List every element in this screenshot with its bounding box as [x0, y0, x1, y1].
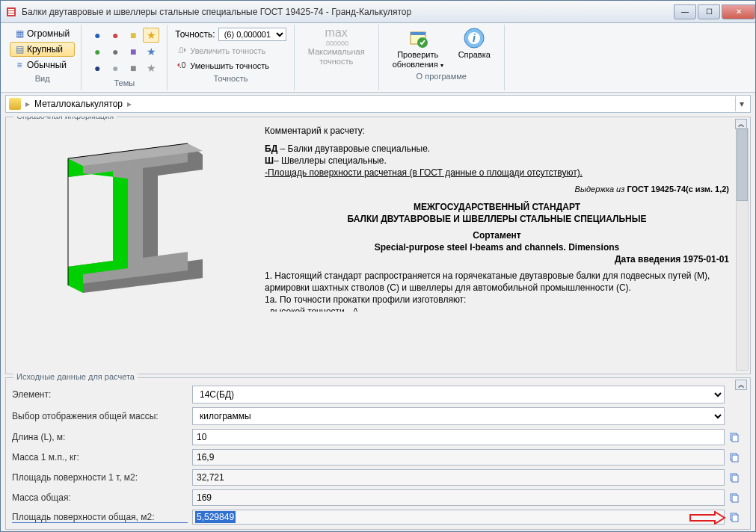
theme-gray-star[interactable]: ★	[143, 61, 159, 75]
view-group-label: Вид	[10, 72, 75, 84]
update-icon	[406, 26, 430, 50]
svg-rect-19	[732, 435, 738, 442]
collapse-input-button[interactable]: ︽	[735, 380, 747, 390]
svg-rect-3	[8, 13, 14, 15]
large-icon: ▤	[15, 45, 24, 54]
help-icon: i	[462, 26, 486, 50]
svg-text:.0: .0	[177, 46, 184, 55]
decrease-icon: .0	[176, 61, 187, 71]
theme-red-circle[interactable]: ●	[107, 28, 123, 43]
reference-scrollbar[interactable]	[736, 128, 749, 371]
theme-green-circle[interactable]: ●	[89, 44, 105, 59]
theme-blue-star[interactable]: ★	[143, 44, 159, 59]
close-button[interactable]: ✕	[722, 4, 755, 19]
input-panel: Исходные данные для расчета ︽ Элемент: 1…	[5, 377, 751, 530]
mass1-output	[192, 449, 725, 466]
about-group-label: О программе	[385, 70, 498, 82]
view-normal-button[interactable]: ≡ Обычный	[10, 58, 75, 72]
element-label: Элемент:	[12, 389, 188, 400]
svg-text:.0: .0	[179, 61, 186, 69]
input-legend: Исходные данные для расчета	[13, 372, 138, 381]
copy-icon[interactable]	[729, 432, 740, 443]
theme-grid: ● ● ■ ★ ● ● ■ ★ ● ● ■ ★	[87, 26, 161, 77]
theme-silver-circle[interactable]: ●	[107, 61, 123, 75]
breadcrumb[interactable]: ▸ Металлокалькулятор ▸ ▾	[5, 95, 751, 113]
view-huge-button[interactable]: ▦ Огромный	[10, 26, 75, 41]
mass-total-output	[192, 489, 725, 506]
chevron-right-icon: ▸	[25, 99, 30, 109]
decrease-precision-label: Уменьшить точность	[190, 61, 269, 70]
svg-rect-25	[732, 495, 738, 502]
normal-icon: ≡	[15, 61, 24, 69]
ribbon: ▦ Огромный ▤ Крупный ≡ Обычный Вид ● ●	[1, 23, 755, 93]
svg-rect-2	[8, 11, 14, 13]
app-icon	[5, 6, 17, 18]
element-select[interactable]: 14С(БД)	[192, 386, 725, 403]
svg-rect-7	[411, 32, 425, 35]
view-large-button[interactable]: ▤ Крупный	[10, 42, 75, 57]
chevron-right-icon: ▸	[127, 99, 132, 109]
minimize-button[interactable]: —	[674, 4, 696, 19]
svg-rect-27	[732, 515, 738, 522]
beam-illustration	[12, 125, 259, 312]
theme-blue-circle[interactable]: ●	[89, 28, 105, 43]
increase-icon: .0	[176, 46, 187, 56]
length-input[interactable]	[192, 429, 725, 445]
theme-gold-star[interactable]: ★	[143, 28, 159, 43]
theme-dkblue-circle[interactable]: ●	[89, 61, 105, 75]
folder-icon	[9, 98, 21, 110]
svg-rect-1	[8, 9, 14, 10]
max-text-top: max	[324, 26, 348, 40]
annotation-arrow	[689, 511, 726, 525]
increase-precision-button[interactable]: .0 Увеличить точность	[173, 44, 287, 58]
increase-precision-label: Увеличить точность	[190, 46, 265, 55]
reference-text: Комментарий к расчету: БД – Балки двутав…	[265, 125, 744, 312]
window-title: Балки двутавровые и швеллеры стальные сп…	[22, 7, 674, 17]
view-large-label: Крупный	[27, 44, 63, 55]
copy-icon[interactable]	[729, 492, 740, 504]
theme-yellow-square[interactable]: ■	[125, 28, 141, 43]
mass1-label: Масса 1 м.п., кг:	[12, 452, 188, 463]
mass-total-label: Масса общая:	[12, 492, 188, 503]
titlebar: Балки двутавровые и швеллеры стальные сп…	[1, 1, 755, 23]
themes-group-label: Темы	[87, 77, 161, 89]
precision-select[interactable]: (6) 0,000001	[218, 28, 286, 41]
surf-total-label: Площадь поверхности общая, м2:	[12, 512, 188, 523]
precision-group-label: Точность	[173, 72, 287, 84]
mass-display-select[interactable]: килограммы	[192, 407, 725, 425]
reference-legend: Справочная информация	[13, 117, 117, 120]
theme-gray-circle[interactable]: ●	[107, 44, 123, 59]
surf-total-output[interactable]: 5,529849	[192, 510, 725, 525]
decrease-precision-button[interactable]: .0 Уменьшить точность	[173, 59, 287, 72]
max-text-sub: .000000	[324, 40, 348, 47]
view-normal-label: Обычный	[27, 60, 67, 70]
surf1t-output	[192, 469, 725, 486]
breadcrumb-dropdown[interactable]: ▾	[735, 96, 747, 111]
reference-panel: Справочная информация ︽	[5, 117, 751, 374]
breadcrumb-item[interactable]: Металлокалькулятор	[34, 99, 123, 109]
check-updates-button[interactable]: Проверитьобновления ▾	[385, 26, 451, 70]
view-huge-label: Огромный	[27, 28, 70, 39]
theme-purple-square[interactable]: ■	[125, 44, 141, 59]
copy-icon[interactable]	[729, 452, 740, 463]
mass-display-label: Выбор отображения общей массы:	[12, 411, 188, 421]
length-label: Длина (L), м:	[12, 432, 188, 442]
surf1t-label: Площадь поверхности 1 т, м2:	[12, 472, 188, 483]
precision-label: Точность:	[175, 29, 215, 40]
copy-icon[interactable]	[729, 472, 740, 483]
max-precision-button[interactable]: max .000000 Максимальнаяточность	[301, 26, 372, 66]
help-button[interactable]: i Справка	[451, 26, 498, 70]
copy-icon[interactable]	[729, 512, 740, 523]
svg-rect-21	[732, 455, 738, 462]
huge-icon: ▦	[15, 29, 24, 38]
theme-gray-square[interactable]: ■	[125, 61, 141, 75]
maximize-button[interactable]: ☐	[698, 4, 720, 19]
svg-rect-23	[732, 475, 738, 482]
